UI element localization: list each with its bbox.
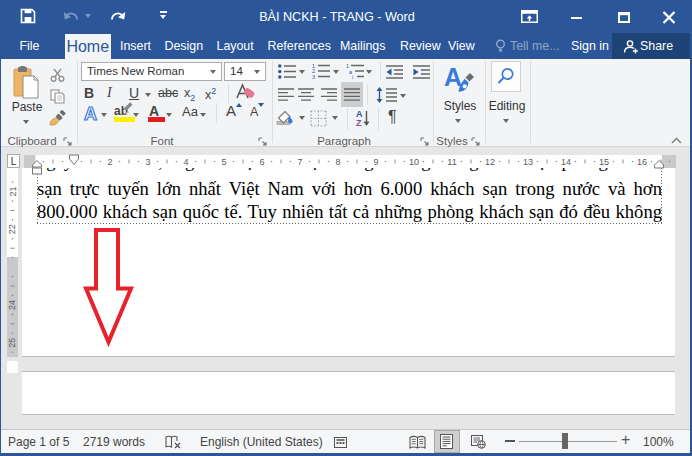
- svg-text:22: 22: [8, 224, 18, 234]
- svg-text:21: 21: [8, 186, 18, 196]
- svg-text:Z: Z: [356, 118, 362, 128]
- svg-text:9: 9: [373, 157, 378, 167]
- svg-text:25: 25: [8, 338, 18, 348]
- svg-text:2: 2: [107, 157, 112, 167]
- svg-text:8: 8: [335, 157, 340, 167]
- svg-text:A: A: [444, 63, 462, 91]
- svg-text:13: 13: [523, 157, 533, 167]
- svg-text:5: 5: [221, 157, 226, 167]
- svg-text:7: 7: [297, 157, 302, 167]
- svg-text:3: 3: [312, 74, 315, 80]
- svg-text:15: 15: [599, 157, 609, 167]
- svg-text:i: i: [352, 74, 353, 80]
- svg-text:3: 3: [145, 157, 150, 167]
- svg-text:11: 11: [447, 157, 456, 167]
- svg-text:12: 12: [485, 157, 495, 167]
- svg-text:10: 10: [409, 157, 419, 167]
- svg-text:24: 24: [8, 300, 18, 310]
- svg-text:14: 14: [561, 157, 571, 167]
- svg-text:6: 6: [259, 157, 264, 167]
- svg-text:16: 16: [637, 157, 647, 167]
- svg-text:4: 4: [183, 157, 188, 167]
